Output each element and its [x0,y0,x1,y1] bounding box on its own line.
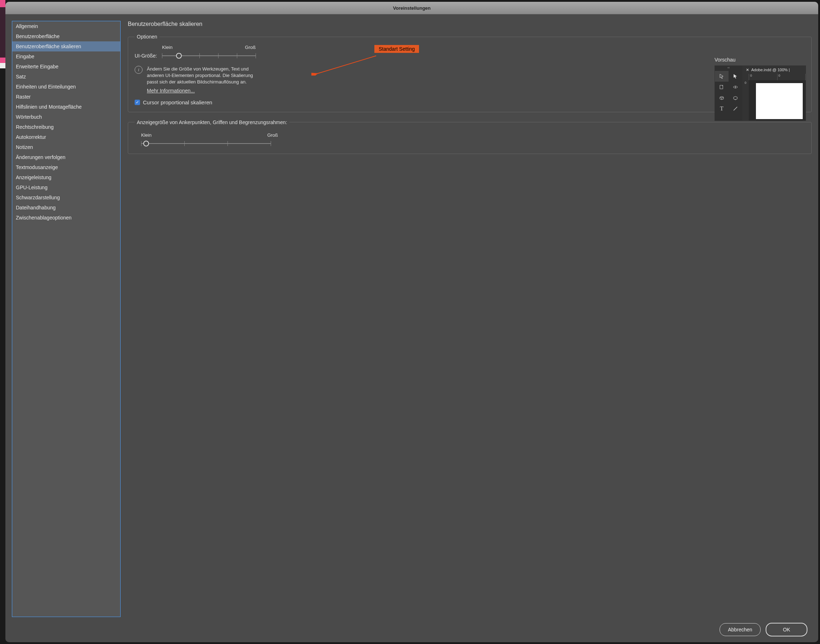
collapse-icon: ‹‹ [715,66,742,71]
preview-tab-label: Adobe.indd @ 100% | [751,67,790,72]
line-tool-icon [729,103,742,114]
ui-size-max-label: Groß [245,44,256,50]
annotation-callout: Standart Setting [375,46,419,52]
sidebar-item[interactable]: Schwarzdarstellung [12,192,120,202]
annotation-label: Standart Setting [375,45,419,53]
sidebar-item[interactable]: Wörterbuch [12,112,120,122]
sidebar-item[interactable]: Benutzeroberfläche skalieren [12,41,120,51]
preview-document-tab: ✕ Adobe.indd @ 100% | [742,66,806,74]
preview-mockup: ‹‹ [714,66,806,121]
content-collector-tool-icon [715,92,729,103]
sidebar-item[interactable]: Benutzeroberfläche [12,31,120,41]
info-icon: i [135,66,143,74]
ui-size-min-label: Klein [162,44,172,50]
content-placer-tool-icon [729,92,742,103]
sidebar-item[interactable]: Änderungen verfolgen [12,152,120,162]
anchor-size-slider[interactable] [141,140,271,147]
dialog-footer: Abbrechen OK [5,617,818,642]
close-icon: ✕ [746,67,749,72]
page-tool-icon [715,82,729,92]
ui-size-label: UI-Größe: [135,53,157,59]
preferences-category-list[interactable]: AllgemeinBenutzeroberflächeBenutzeroberf… [12,21,121,617]
sidebar-item[interactable]: GPU-Leistung [12,182,120,192]
info-text: Ändern Sie die Größe von Werkzeugen, Tex… [147,66,262,86]
selection-tool-icon [715,71,729,82]
preview-section: Vorschau ‹‹ [714,57,805,121]
preview-ruler-horizontal: 0 0 [742,74,806,80]
preview-canvas [749,80,806,121]
sidebar-item[interactable]: Zwischenablageoptionen [12,213,120,223]
anchor-size-min-label: Klein [141,132,152,138]
sidebar-item[interactable]: Einheiten und Einteilungen [12,82,120,92]
sidebar-item[interactable]: Satz [12,72,120,82]
ui-size-slider-thumb[interactable] [176,53,182,59]
preview-page [756,83,803,119]
panel-title: Benutzeroberfläche skalieren [128,21,812,28]
cancel-button[interactable]: Abbrechen [720,623,761,636]
options-legend: Optionen [135,34,160,40]
svg-line-3 [734,107,737,110]
preview-tool-panel: ‹‹ [715,66,742,121]
preview-ruler-vertical: 0 [742,80,749,121]
background-app-strip [0,0,5,644]
window-titlebar: Voreinstellungen [5,2,818,14]
scale-cursor-checkbox[interactable]: ✓ [135,100,140,105]
scale-cursor-label: Cursor proportional skalieren [143,99,212,106]
gap-tool-icon [729,82,742,92]
sidebar-item[interactable]: Allgemein [12,21,120,31]
sidebar-item[interactable]: Rechtschreibung [12,122,120,132]
anchor-display-group: Anzeigegröße von Ankerpunkten, Griffen u… [128,120,812,154]
options-group: Optionen UI-Größe: Klein Groß [128,34,812,112]
sidebar-item[interactable]: Erweiterte Eingabe [12,61,120,72]
preferences-panel: Benutzeroberfläche skalieren Standart Se… [128,21,812,617]
sidebar-item[interactable]: Textmodusanzeige [12,162,120,172]
more-info-link[interactable]: Mehr Informationen... [147,88,195,94]
sidebar-item[interactable]: Notizen [12,142,120,152]
sidebar-item[interactable]: Autokorrektur [12,132,120,142]
sidebar-item[interactable]: Dateihandhabung [12,202,120,213]
ok-button[interactable]: OK [766,623,808,636]
sidebar-item[interactable]: Eingabe [12,51,120,61]
sidebar-item[interactable]: Anzeigeleistung [12,172,120,182]
anchor-display-legend: Anzeigegröße von Ankerpunkten, Griffen u… [135,120,289,125]
type-tool-icon: T [715,103,729,114]
anchor-size-max-label: Groß [267,132,278,138]
sidebar-item[interactable]: Hilfslinien und Montagefläche [12,102,120,112]
sidebar-item[interactable]: Raster [12,92,120,102]
anchor-size-slider-thumb[interactable] [143,141,149,146]
preview-title: Vorschau [714,57,805,63]
ui-size-slider[interactable] [162,52,256,59]
direct-selection-tool-icon [729,71,742,82]
preferences-dialog: Voreinstellungen AllgemeinBenutzeroberfl… [5,2,818,642]
window-title: Voreinstellungen [393,5,431,11]
